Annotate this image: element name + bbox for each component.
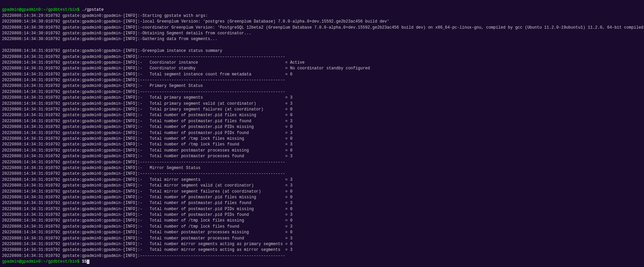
log-line: 20220808:14:34:30:010792 gpstate:gpadmin…	[2, 31, 642, 36]
log-line: 20220808:14:34:30:010792 gpstate:gpadmin…	[2, 19, 642, 25]
log-line: 20220808:14:34:31:010792 gpstate:gpadmin…	[2, 253, 642, 259]
log-line: 20220808:14:34:31:010792 gpstate:gpadmin…	[2, 247, 642, 253]
log-line: 20220808:14:34:31:010792 gpstate:gpadmin…	[2, 89, 642, 95]
log-line: 20220808:14:34:31:010792 gpstate:gpadmin…	[2, 101, 642, 107]
log-line: 20220808:14:34:31:010792 gpstate:gpadmin…	[2, 160, 642, 165]
log-line: 20220808:14:34:30:010792 gpstate:gpadmin…	[2, 25, 642, 31]
log-line: 20220808:14:34:31:010792 gpstate:gpadmin…	[2, 72, 642, 77]
log-line: 20220808:14:34:31:010792 gpstate:gpadmin…	[2, 66, 642, 71]
log-line: 20220808:14:34:31:010792 gpstate:gpadmin…	[2, 224, 642, 230]
log-line: 20220808:14:34:31:010792 gpstate:gpadmin…	[2, 124, 642, 130]
log-line: 20220808:14:34:31:010792 gpstate:gpadmin…	[2, 165, 642, 171]
log-line: 20220808:14:34:31:010792 gpstate:gpadmin…	[2, 130, 642, 136]
log-line: 20220808:14:34:31:010792 gpstate:gpadmin…	[2, 107, 642, 112]
terminal-line: gpadmin@gpadmin0:~/gpdbtest/bin$ $$	[2, 259, 642, 265]
terminal-window: gpadmin@gpadmin0:~/gpdbtest/bin$ ./gpsta…	[2, 1, 642, 265]
log-line: 20220808:14:34:31:010792 gpstate:gpadmin…	[2, 177, 642, 183]
log-line: 20220808:14:34:31:010792 gpstate:gpadmin…	[2, 195, 642, 200]
command-text: $$	[82, 259, 87, 264]
log-line: 20220808:14:34:29:010792 gpstate:gpadmin…	[2, 13, 642, 19]
log-line: 20220808:14:34:31:010792 gpstate:gpadmin…	[2, 95, 642, 101]
log-line: 20220808:14:34:31:010792 gpstate:gpadmin…	[2, 48, 642, 54]
log-line: 20220808:14:34:31:010792 gpstate:gpadmin…	[2, 236, 642, 241]
log-line: 20220808:14:34:31:010792 gpstate:gpadmin…	[2, 77, 642, 83]
log-line: 20220808:14:34:31:010792 gpstate:gpadmin…	[2, 189, 642, 195]
log-line: 20220808:14:34:31:010792 gpstate:gpadmin…	[2, 241, 642, 247]
log-line: 20220808:14:34:31:010792 gpstate:gpadmin…	[2, 230, 642, 235]
prompt-text: gpadmin@gpadmin0:~/gpdbtest/bin$	[2, 7, 82, 12]
log-line: 20220808:14:34:31:010792 gpstate:gpadmin…	[2, 60, 642, 66]
log-line: 20220808:14:34:31:010792 gpstate:gpadmin…	[2, 171, 642, 177]
log-line: 20220808:14:34:31:010792 gpstate:gpadmin…	[2, 183, 642, 189]
log-line: 20220808:14:34:31:010792 gpstate:gpadmin…	[2, 212, 642, 218]
log-line: 20220808:14:34:31:010792 gpstate:gpadmin…	[2, 218, 642, 224]
log-line: 20220808:14:34:31:010792 gpstate:gpadmin…	[2, 119, 642, 124]
log-line: 20220808:14:34:31:010792 gpstate:gpadmin…	[2, 148, 642, 154]
log-line: 20220808:14:34:31:010792 gpstate:gpadmin…	[2, 83, 642, 89]
log-line: 20220808:14:34:31:010792 gpstate:gpadmin…	[2, 200, 642, 206]
log-line: 20220808:14:34:31:010792 gpstate:gpadmin…	[2, 142, 642, 147]
terminal-line: gpadmin@gpadmin0:~/gpdbtest/bin$ ./gpsta…	[2, 7, 642, 13]
cursor	[87, 260, 89, 264]
log-line: 20220808:14:34:30:010792 gpstate:gpadmin…	[2, 36, 642, 42]
terminal-line	[2, 42, 642, 48]
log-line: 20220808:14:34:31:010792 gpstate:gpadmin…	[2, 206, 642, 212]
prompt-text: gpadmin@gpadmin0:~/gpdbtest/bin$	[2, 259, 82, 264]
command-text: ./gpstate	[82, 7, 104, 12]
log-line: 20220808:14:34:31:010792 gpstate:gpadmin…	[2, 154, 642, 159]
log-line: 20220808:14:34:31:010792 gpstate:gpadmin…	[2, 136, 642, 142]
log-line: 20220808:14:34:31:010792 gpstate:gpadmin…	[2, 54, 642, 60]
log-line: 20220808:14:34:31:010792 gpstate:gpadmin…	[2, 112, 642, 118]
